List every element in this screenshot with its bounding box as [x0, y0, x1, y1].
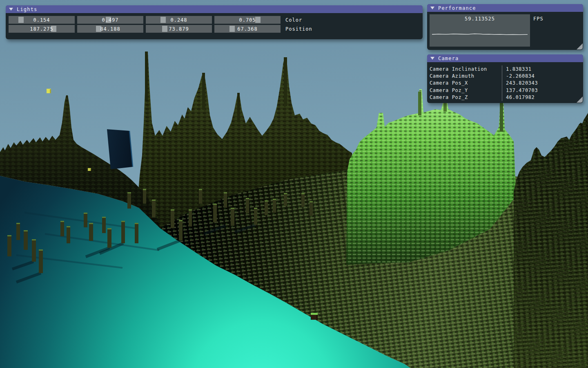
- performance-panel: Performance 59.113525 FPS: [427, 4, 583, 50]
- camera-panel: Camera Camera Inclination 1.838331 Camer…: [427, 54, 583, 103]
- slider-position-2[interactable]: 73.879: [146, 25, 212, 33]
- camera-row: Camera Poz_Y 137.470703: [430, 87, 583, 94]
- panel-title: Camera: [438, 56, 459, 61]
- camera-row: Camera Azimuth -2.260834: [430, 72, 583, 79]
- panel-title: Lights: [17, 7, 38, 12]
- floating-voxel-cube: [311, 313, 318, 320]
- slider-value: 0.248: [146, 16, 212, 24]
- panel-title: Performance: [438, 5, 476, 11]
- slider-position-0[interactable]: 187.275: [9, 25, 75, 33]
- lights-panel-header[interactable]: Lights: [6, 5, 423, 13]
- camera-row: Camera Pos_X 243.820343: [430, 80, 583, 87]
- camera-row-label: Camera Pos_X: [430, 80, 502, 87]
- camera-panel-header[interactable]: Camera: [427, 54, 583, 62]
- slider-color-0[interactable]: 0.154: [9, 16, 75, 24]
- slider-value: 0.497: [77, 16, 143, 24]
- camera-row: Camera Poz_Z 46.017982: [430, 94, 583, 101]
- slider-position-1[interactable]: 84.188: [77, 25, 143, 33]
- light-marker-cube-small: [88, 168, 91, 171]
- slider-color-3[interactable]: 0.705: [214, 16, 281, 24]
- camera-row-value: 1.838331: [502, 65, 583, 72]
- camera-row-label: Camera Poz_Z: [430, 94, 502, 101]
- camera-row-value: -2.260834: [502, 72, 583, 79]
- fps-graph: 59.113525: [430, 14, 530, 47]
- camera-row: Camera Inclination 1.838331: [430, 65, 583, 72]
- collapse-triangle-icon[interactable]: [9, 8, 13, 11]
- fps-label: FPS: [533, 16, 543, 22]
- slider-value: 84.188: [77, 25, 143, 33]
- collapse-triangle-icon[interactable]: [430, 7, 434, 9]
- dark-slab: [107, 129, 133, 169]
- fps-value: 59.113525: [430, 16, 530, 22]
- slider-color-1[interactable]: 0.497: [77, 16, 143, 24]
- camera-row-label: Camera Poz_Y: [430, 87, 502, 94]
- resize-grip[interactable]: [577, 43, 583, 49]
- camera-row-value: 137.470703: [502, 87, 583, 94]
- camera-row-label: Camera Inclination: [430, 65, 502, 72]
- camera-row-label: Camera Azimuth: [430, 72, 502, 79]
- slider-color-2[interactable]: 0.248: [146, 16, 212, 24]
- light-marker-cube: [47, 89, 51, 93]
- collapse-triangle-icon[interactable]: [430, 57, 434, 60]
- slider-row-label-color: Color: [285, 17, 302, 23]
- lights-panel: Lights 0.154 0.497 0.248 0.705: [6, 5, 423, 39]
- slider-value: 187.275: [9, 25, 75, 33]
- performance-panel-header[interactable]: Performance: [427, 4, 583, 12]
- slider-position-3[interactable]: 67.368: [214, 25, 281, 33]
- app-window: Lights 0.154 0.497 0.248 0.705: [0, 0, 588, 368]
- slider-value: 0.705: [214, 16, 281, 24]
- slider-value: 0.154: [9, 16, 75, 24]
- camera-row-value: 46.017982: [502, 94, 583, 101]
- slider-value: 73.879: [146, 25, 212, 33]
- slider-value: 67.368: [214, 25, 281, 33]
- camera-row-value: 243.820343: [502, 80, 583, 87]
- slider-row-label-position: Position: [285, 26, 312, 32]
